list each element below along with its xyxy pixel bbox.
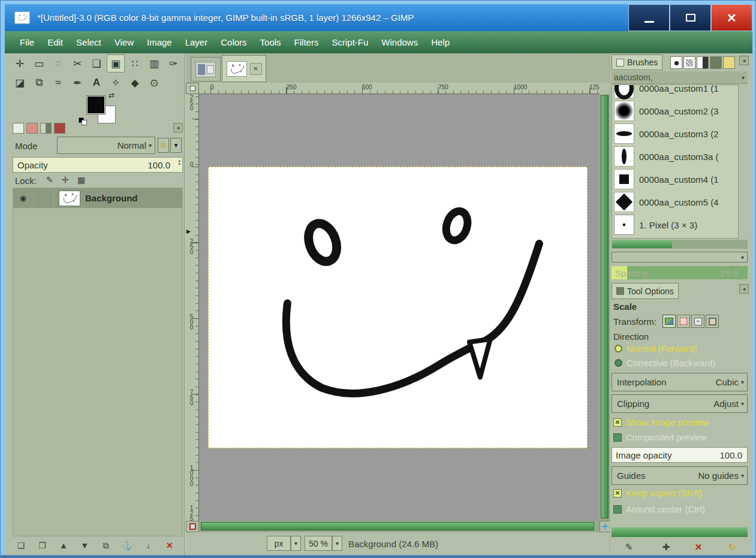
around-center-checkbox[interactable]: Around center (Ctrl) [613, 504, 705, 514]
filter-dropdown-icon[interactable]: ▾ [742, 74, 745, 81]
transform-image-button[interactable] [706, 315, 719, 328]
eraser-tool-button[interactable]: ◪ [11, 74, 29, 92]
anchor-layer-button[interactable]: ⚓ [120, 538, 134, 553]
dock-tab-brushes-icon[interactable] [26, 123, 38, 134]
move-tool-button[interactable]: ✛ [11, 55, 29, 73]
new-layer-group-button[interactable]: ❐ [35, 538, 49, 553]
canvas-viewport[interactable] [199, 94, 600, 521]
unified-transform-tool-button[interactable]: ▣ [107, 55, 125, 73]
mode-switch-button[interactable]: ⧉ [158, 138, 169, 153]
paintbrush-tool-button[interactable]: ✑ [164, 55, 182, 73]
smudge-tool-button[interactable]: ≈ [49, 74, 67, 92]
mini-tab-gradients-icon[interactable] [697, 56, 709, 69]
menu-file[interactable]: File [13, 31, 41, 53]
layer-row-background[interactable]: ◉ Background [13, 188, 182, 208]
mode-options-button[interactable]: ▾ [170, 138, 182, 153]
brush-item[interactable]: 0000aa_custom5 (4 [614, 191, 737, 213]
handle-transform-tool-button[interactable]: ∷ [126, 55, 144, 73]
unit-dropdown[interactable]: px [267, 536, 291, 551]
new-brush-button[interactable]: ✚ [659, 540, 673, 554]
maximize-button[interactable] [670, 4, 711, 31]
layer-link-cell[interactable] [34, 188, 54, 208]
quick-mask-toggle[interactable] [186, 521, 199, 532]
opacity-spinner[interactable]: ▴▾ [178, 159, 180, 166]
brush-item[interactable]: 0000aa_custom3a ( [614, 145, 737, 168]
dock-tab-layers-icon[interactable] [13, 123, 24, 134]
lock-pixels-icon[interactable]: ✎ [46, 175, 53, 185]
gradient-tool-button[interactable]: ▥ [145, 55, 163, 73]
brush-item[interactable]: 0000aa_custom2 (3 [614, 99, 737, 122]
brushes-dock-menu-button[interactable]: ◂ [739, 56, 749, 65]
menu-layer[interactable]: Layer [179, 31, 215, 53]
mini-tab-fonts-icon[interactable] [723, 56, 735, 69]
raise-layer-button[interactable]: ▲ [56, 538, 71, 553]
tool-options-tab[interactable]: Tool Options [612, 283, 679, 299]
guides-dropdown[interactable]: Guides No guides ▾ [612, 466, 748, 485]
mini-tab-brushes-icon[interactable] [670, 56, 682, 69]
lock-alpha-icon[interactable]: ▦ [77, 175, 85, 185]
menu-help[interactable]: Help [424, 31, 456, 53]
vertical-ruler[interactable]: 250 0 250 500 750 1000 125 ▶ [186, 94, 199, 521]
brushes-tab[interactable]: Brushes [612, 55, 662, 70]
menu-colors[interactable]: Colors [214, 31, 253, 53]
dock-tab-channels-icon[interactable] [40, 123, 52, 134]
default-colors-icon[interactable] [79, 117, 88, 126]
lower-layer-button[interactable]: ▼ [77, 538, 92, 553]
keep-aspect-checkbox[interactable]: ✕ Keep aspect (Shift) [613, 488, 703, 498]
interpolation-dropdown[interactable]: Interpolation Cubic ▾ [612, 373, 748, 391]
foreground-color-swatch[interactable] [87, 96, 105, 114]
merge-layer-button[interactable]: ↓ [141, 538, 156, 553]
layer-name[interactable]: Background [85, 193, 138, 203]
menu-view[interactable]: View [108, 31, 140, 53]
transform-path-button[interactable]: ~ [691, 315, 704, 328]
brush-item[interactable]: 0000aa_custom1 (1 [614, 85, 737, 99]
transform-layer-button[interactable] [662, 315, 676, 328]
canvas-navigation-button[interactable]: ✛ [600, 521, 610, 532]
refresh-brushes-button[interactable]: ↻ [725, 540, 739, 554]
brush-scale-slider[interactable] [612, 240, 748, 249]
minimize-button[interactable] [628, 4, 670, 31]
layer-opacity-slider[interactable]: Opacity 100.0 ▴▾ [13, 157, 183, 173]
ruler-origin-button[interactable] [186, 83, 199, 94]
rectangle-select-tool-button[interactable]: ▭ [30, 55, 48, 73]
lock-position-icon[interactable]: ✛ [62, 175, 69, 185]
tool-options-menu-button[interactable]: ◂ [739, 284, 749, 294]
tab-close-button[interactable]: ✕ [250, 63, 262, 75]
vertical-scrollbar-thumb[interactable] [601, 95, 609, 518]
layer-visibility-toggle[interactable]: ◉ [13, 188, 34, 208]
brush-item[interactable]: 0000aa_custom4 (1 [614, 168, 737, 191]
mini-tab-patterns-icon[interactable] [683, 56, 695, 69]
menu-select[interactable]: Select [70, 31, 108, 53]
clone-tool-button[interactable]: ⧉ [30, 74, 48, 92]
zoom-spinner[interactable]: 50 % [305, 536, 332, 551]
edit-brush-button[interactable]: ✎ [622, 540, 636, 554]
new-layer-button[interactable]: ❏ [14, 538, 28, 553]
menu-image[interactable]: Image [140, 31, 179, 53]
ink-tool-button[interactable]: ✒ [68, 74, 86, 92]
horizontal-scrollbar[interactable] [199, 521, 600, 532]
layer-mode-dropdown[interactable]: Normal ▾ [57, 137, 155, 154]
canvas-image[interactable] [208, 167, 588, 448]
free-select-tool-button[interactable]: ◌ [49, 55, 67, 73]
menu-filters[interactable]: Filters [288, 31, 326, 53]
crop-tool-button[interactable]: ❑ [88, 55, 106, 73]
clipping-dropdown[interactable]: Clipping Adjust ▾ [612, 394, 748, 413]
direction-normal-radio[interactable]: Normal (Forward) [615, 343, 697, 354]
composited-preview-checkbox[interactable]: Composited preview [613, 432, 707, 442]
duplicate-layer-button[interactable]: ⧉ [99, 538, 113, 553]
brush-item[interactable]: 1. Pixel (3 × 3) [614, 213, 737, 236]
delete-brush-button[interactable]: ✕ [691, 540, 706, 554]
brush-combo[interactable]: ▾ [612, 252, 748, 263]
zoom-dropdown-arrow[interactable]: ▾ [332, 536, 342, 551]
layers-dock-menu-button[interactable]: ◂ [173, 123, 183, 132]
image-tab-1[interactable] [191, 57, 221, 82]
brush-item[interactable]: 0000aa_custom3 (2 [614, 122, 737, 145]
right-divider[interactable] [610, 53, 611, 555]
titlebar[interactable]: *[Untitled]-3.0 (RGB color 8-bit gamma i… [5, 4, 752, 31]
scissors-select-tool-button[interactable]: ✂ [68, 55, 86, 73]
zoom-tool-button[interactable]: ⊙ [145, 74, 163, 92]
horizontal-ruler[interactable]: 0 250 500 750 1000 125 [199, 83, 600, 94]
bucket-fill-tool-button[interactable]: ◆ [126, 74, 144, 92]
direction-corrective-radio[interactable]: Corrective (Backward) [615, 358, 715, 368]
swap-colors-icon[interactable]: ⇄ [109, 91, 115, 99]
